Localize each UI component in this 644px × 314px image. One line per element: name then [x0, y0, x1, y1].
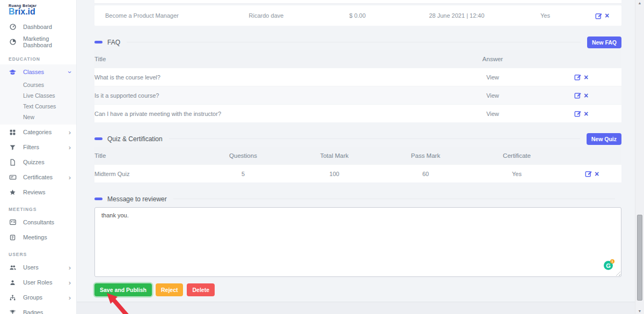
faq-row-actions: ×: [541, 110, 621, 118]
sidebar-subitem-live-classes[interactable]: Live Classes: [0, 90, 76, 101]
faq-row: What is the course level? View ×: [94, 68, 621, 86]
course-datetime: 28 June 2021 | 12:40: [406, 12, 508, 19]
edit-icon[interactable]: [574, 92, 581, 99]
section-divider: [173, 199, 615, 199]
chevron-right-icon: ›: [69, 129, 71, 136]
faq-question: Can I have a private meeting with the in…: [94, 111, 444, 117]
brand-logo[interactable]: Ruang Belajar Brix.id: [0, 0, 76, 19]
faq-table: Title Answer What is the course level? V…: [94, 50, 621, 122]
sidebar-subitem-new[interactable]: New: [0, 112, 76, 122]
section-divider: [169, 138, 580, 139]
star-icon: [9, 188, 17, 196]
delete-x-icon[interactable]: ×: [584, 92, 588, 99]
faq-col-answer: Answer: [444, 56, 541, 62]
hierarchy-icon: [9, 294, 17, 302]
faq-section-header: FAQ New FAQ: [94, 36, 621, 48]
section-dash-icon: [94, 137, 103, 140]
chevron-right-icon: ›: [69, 174, 71, 181]
sidebar-item-classes[interactable]: Classes ›: [0, 64, 76, 79]
faq-col-title: Title: [94, 56, 444, 62]
new-quiz-button[interactable]: New Quiz: [587, 133, 621, 145]
chevron-right-icon: ›: [69, 264, 71, 271]
faq-view-link[interactable]: View: [444, 111, 541, 117]
brand-logo-rest: rix.id: [15, 7, 35, 16]
message-to-reviewer-textarea[interactable]: thank you.: [94, 207, 621, 277]
sidebar-item-categories[interactable]: Categories ›: [0, 125, 76, 140]
quiz-pass-mark: 60: [380, 171, 471, 177]
sidebar-item-filters[interactable]: Filters ›: [0, 140, 76, 155]
brand-logo-b-glyph: B: [9, 7, 15, 16]
sidebar-item-user-roles[interactable]: User Roles ›: [0, 275, 76, 290]
scrollbar-thumb[interactable]: [637, 215, 642, 301]
sidebar-item-dashboard[interactable]: Dashboard: [0, 19, 76, 34]
quiz-table-header: Title Questions Total Mark Pass Mark Cer…: [94, 147, 621, 164]
chevron-down-icon: ›: [69, 69, 71, 76]
reject-button[interactable]: Reject: [156, 283, 184, 296]
grammarly-icon[interactable]: G1: [604, 261, 613, 270]
edit-icon[interactable]: [574, 74, 581, 81]
vertical-scrollbar[interactable]: ▲ ▼: [635, 0, 644, 314]
quiz-title: Midterm Quiz: [94, 171, 197, 177]
edit-icon[interactable]: [574, 110, 581, 117]
course-row-actions: ×: [583, 12, 621, 19]
faq-row-actions: ×: [541, 74, 621, 81]
faq-table-header: Title Answer: [94, 50, 621, 68]
sidebar-subitem-text-courses[interactable]: Text Courses: [0, 101, 76, 112]
edit-icon[interactable]: [585, 170, 592, 177]
id-card-icon: [9, 218, 17, 227]
quiz-col-certificate: Certificate: [471, 152, 562, 159]
main-content: Become a Product Manager Ricardo dave $ …: [77, 0, 635, 314]
sidebar-item-quizzes[interactable]: Quizzes: [0, 155, 76, 170]
sidebar-item-meetings[interactable]: Meetings: [0, 230, 76, 245]
message-heading: Message to reviewer: [107, 195, 167, 203]
sidebar-item-label: Meetings: [23, 234, 47, 240]
sidebar-item-label: Certificates: [23, 174, 53, 180]
save-and-publish-button[interactable]: Save and Publish: [94, 283, 152, 296]
section-dash-icon: [94, 198, 103, 200]
sidebar-item-reviews[interactable]: Reviews: [0, 185, 76, 200]
sidebar-item-label: Users: [23, 264, 39, 271]
scroll-down-arrow-icon[interactable]: ▼: [635, 309, 644, 313]
faq-view-link[interactable]: View: [444, 92, 541, 99]
new-faq-button[interactable]: New FAQ: [587, 36, 621, 48]
delete-x-icon[interactable]: ×: [584, 110, 588, 118]
delete-x-icon[interactable]: ×: [605, 12, 609, 19]
quiz-col-pass-mark: Pass Mark: [380, 152, 471, 159]
sidebar-item-consultants[interactable]: Consultants: [0, 215, 76, 230]
sidebar-item-certificates[interactable]: Certificates ›: [0, 170, 76, 185]
faq-question: What is the course level?: [94, 74, 444, 81]
brand-logo-text: Brix.id: [9, 8, 76, 17]
quiz-heading: Quiz & Certification: [107, 135, 163, 143]
certificate-icon: [9, 173, 17, 181]
quiz-col-questions: Questions: [197, 152, 289, 159]
quiz-certificate: Yes: [471, 171, 562, 177]
faq-view-link[interactable]: View: [444, 74, 541, 81]
edit-icon[interactable]: [595, 12, 602, 19]
chevron-right-icon: ›: [69, 279, 71, 286]
faq-row-actions: ×: [541, 92, 621, 99]
sidebar-item-label: Filters: [23, 144, 39, 150]
sidebar-item-label: User Roles: [23, 279, 52, 286]
sidebar-item-label: Reviews: [23, 189, 46, 195]
course-published: Yes: [508, 12, 583, 19]
message-section-header: Message to reviewer: [94, 193, 621, 205]
scroll-up-arrow-icon[interactable]: ▲: [635, 1, 644, 5]
sidebar-item-label: Dashboard: [23, 24, 52, 30]
sidebar-subitem-courses[interactable]: Courses: [0, 79, 76, 90]
delete-x-icon[interactable]: ×: [595, 170, 599, 178]
faq-heading: FAQ: [107, 39, 120, 46]
delete-button[interactable]: Delete: [187, 283, 215, 296]
sidebar-item-users[interactable]: Users ›: [0, 260, 76, 275]
sidebar-item-groups[interactable]: Groups ›: [0, 290, 76, 305]
course-instructor: Ricardo dave: [223, 12, 309, 19]
quiz-total-mark: 100: [289, 171, 380, 177]
quiz-col-title: Title: [94, 152, 197, 159]
delete-x-icon[interactable]: ×: [584, 74, 588, 81]
sidebar-item-badges[interactable]: Badges: [0, 305, 76, 314]
pie-chart-icon: [9, 38, 17, 46]
users-icon: [9, 264, 17, 272]
filter-icon: [9, 143, 17, 151]
sidebar-item-label: Marketing Dashboard: [23, 35, 71, 48]
file-icon: [9, 158, 17, 166]
sidebar-item-marketing-dashboard[interactable]: Marketing Dashboard: [0, 34, 76, 49]
